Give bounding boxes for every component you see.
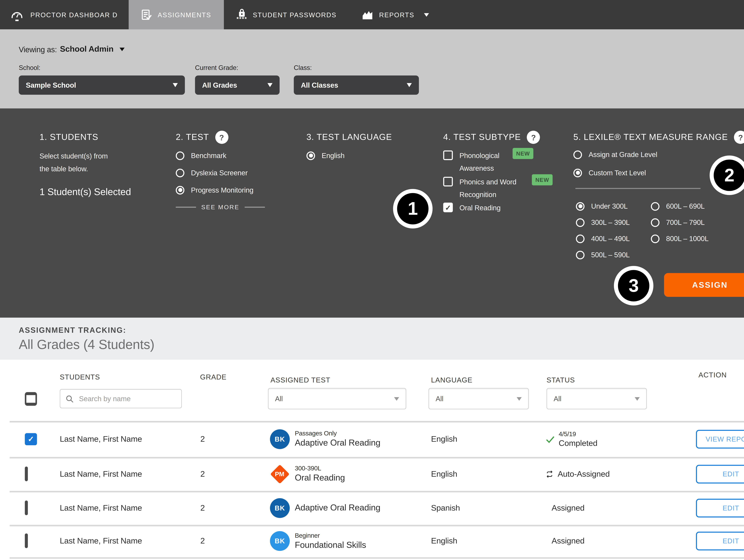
school-value: Sample School	[26, 81, 76, 89]
col-status: STATUS	[547, 376, 575, 384]
new-badge: NEW	[532, 174, 553, 185]
help-icon[interactable]: ?	[527, 130, 540, 144]
radio-icon	[576, 234, 585, 243]
divider	[575, 188, 701, 189]
grade-value: 2	[194, 435, 211, 444]
select-all-checkbox[interactable]	[25, 392, 37, 406]
edit-button[interactable]: EDIT	[696, 464, 744, 483]
search-box	[60, 389, 182, 408]
status-cell: Assigned	[545, 536, 585, 546]
assigned-test-filter[interactable]: All	[268, 388, 406, 409]
status-date: 4/5/19	[559, 430, 597, 438]
search-input[interactable]	[78, 394, 176, 403]
radio-assign-at-grade-level[interactable]: Assign at Grade Level	[573, 150, 731, 159]
viewing-as-control[interactable]: Viewing as: School Admin	[0, 29, 744, 53]
school-select[interactable]: Sample School	[19, 75, 185, 95]
radio-benchmark[interactable]: Benchmark	[176, 151, 266, 160]
status-cell: Auto-Assigned	[545, 469, 610, 479]
student-name: Last Name, First Name	[60, 503, 142, 512]
assignment-wizard: 1. STUDENTS Select student(s) from the t…	[0, 108, 744, 318]
brand[interactable]: PROCTOR DASHBOAR D	[0, 0, 129, 29]
grade-select[interactable]: All Grades	[195, 75, 280, 95]
check-icon	[545, 434, 555, 444]
see-more-link[interactable]: SEE MORE	[176, 203, 265, 211]
step-title: 2. TEST	[176, 132, 209, 142]
school-filter-group: School: Sample School	[19, 64, 185, 95]
step-test-language: 3. TEST LANGUAGE English	[306, 130, 408, 160]
tab-label: ASSIGNMENTS	[158, 11, 211, 18]
bk-test-badge: BK	[270, 498, 290, 518]
step-title: 3. TEST LANGUAGE	[306, 130, 408, 144]
radio-under-300l[interactable]: Under 300L	[576, 202, 651, 211]
radio-icon	[651, 234, 660, 243]
status-value: Auto-Assigned	[558, 469, 610, 479]
view-report-button[interactable]: VIEW REPORT	[696, 430, 744, 448]
test-name: Oral Reading	[295, 472, 345, 484]
tracking-heading: ASSIGNMENT TRACKING:	[19, 318, 744, 334]
checkbox-icon	[443, 150, 453, 160]
radio-500l-590l[interactable]: 500L – 590L	[576, 250, 651, 259]
radio-700l-790l[interactable]: 700L – 790L	[651, 218, 731, 227]
status-cell: 4/5/19 Completed	[545, 430, 597, 448]
edit-button[interactable]: EDIT	[696, 531, 744, 550]
radio-icon-selected	[573, 169, 582, 177]
radio-icon	[573, 150, 582, 159]
col-assigned-test: ASSIGNED TEST	[270, 376, 331, 384]
status-filter[interactable]: All	[547, 388, 647, 409]
step-students: 1. STUDENTS Select student(s) from the t…	[40, 130, 159, 197]
grade-filter-group: Current Grade: All Grades	[195, 64, 280, 95]
assign-button[interactable]: ASSIGN	[664, 273, 744, 297]
tab-label: REPORTS	[379, 11, 414, 18]
row-checkbox[interactable]	[25, 500, 28, 515]
radio-600l-690l[interactable]: 600L – 690L	[651, 202, 731, 211]
assignment-table: STUDENTS GRADE ASSIGNED TEST LANGUAGE ST…	[0, 360, 744, 559]
chevron-down-icon	[120, 47, 125, 51]
class-select[interactable]: All Classes	[294, 75, 419, 95]
row-checkbox-checked[interactable]	[25, 433, 37, 445]
checkbox-phonological-awareness[interactable]: Phonological Awareness NEW	[443, 149, 532, 175]
language-filter[interactable]: All	[429, 388, 529, 409]
status-value: Completed	[559, 438, 597, 448]
tab-student-passwords[interactable]: **** STUDENT PASSWORDS	[224, 0, 349, 29]
divider	[245, 207, 265, 208]
grade-value: 2	[194, 470, 211, 479]
radio-icon	[176, 151, 184, 160]
assignment-tracking-band: ASSIGNMENT TRACKING: All Grades (4 Stude…	[0, 318, 744, 360]
student-name: Last Name, First Name	[60, 435, 142, 444]
context-filters: School: Sample School Current Grade: All…	[19, 64, 744, 95]
row-checkbox[interactable]	[25, 533, 28, 548]
grade-value: All Grades	[202, 81, 237, 89]
divider	[176, 207, 196, 208]
help-icon[interactable]: ?	[734, 130, 744, 144]
radio-custom-text-level[interactable]: Custom Text Level	[573, 168, 731, 177]
radio-icon	[651, 202, 660, 211]
page: PROCTOR DASHBOAR D ASSIGNMENTS ****	[0, 0, 744, 560]
col-action: ACTION	[699, 371, 727, 379]
class-filter-group: Class: All Classes	[294, 64, 419, 95]
language-value: English	[431, 536, 457, 546]
radio-300l-390l[interactable]: 300L – 390L	[576, 218, 651, 227]
students-hint: Select student(s) from the table below.	[40, 150, 159, 175]
help-icon[interactable]: ?	[215, 130, 228, 144]
test-name: Foundational Skills	[295, 539, 366, 551]
tab-reports[interactable]: REPORTS	[349, 0, 442, 29]
radio-progress-monitoring[interactable]: Progress Monitoring	[176, 185, 266, 194]
row-checkbox[interactable]	[25, 466, 28, 481]
radio-dyslexia-screener[interactable]: Dyslexia Screener	[176, 168, 266, 177]
radio-icon-selected	[576, 202, 585, 211]
gauge-icon	[10, 8, 24, 22]
class-value: All Classes	[301, 81, 338, 89]
language-value: Spanish	[431, 503, 460, 512]
radio-english[interactable]: English	[306, 151, 408, 160]
radio-800l-1000l[interactable]: 800L – 1000L	[651, 234, 731, 243]
checkbox-phonics-word-recognition[interactable]: Phonics and Word Recognition NEW	[443, 176, 532, 201]
repeat-icon	[545, 470, 554, 479]
step-test: 2. TEST ? Benchmark Dyslexia Screener Pr…	[176, 130, 266, 211]
tab-assignments[interactable]: ASSIGNMENTS	[129, 0, 224, 29]
assigned-test-cell: BK Adaptive Oral Reading	[270, 498, 380, 518]
checkbox-oral-reading[interactable]: Oral Reading	[443, 202, 532, 214]
table-header: STUDENTS GRADE ASSIGNED TEST LANGUAGE ST…	[0, 360, 744, 421]
edit-button[interactable]: EDIT	[696, 498, 744, 517]
col-students: STUDENTS	[60, 373, 100, 381]
radio-400l-490l[interactable]: 400L – 490L	[576, 234, 651, 243]
